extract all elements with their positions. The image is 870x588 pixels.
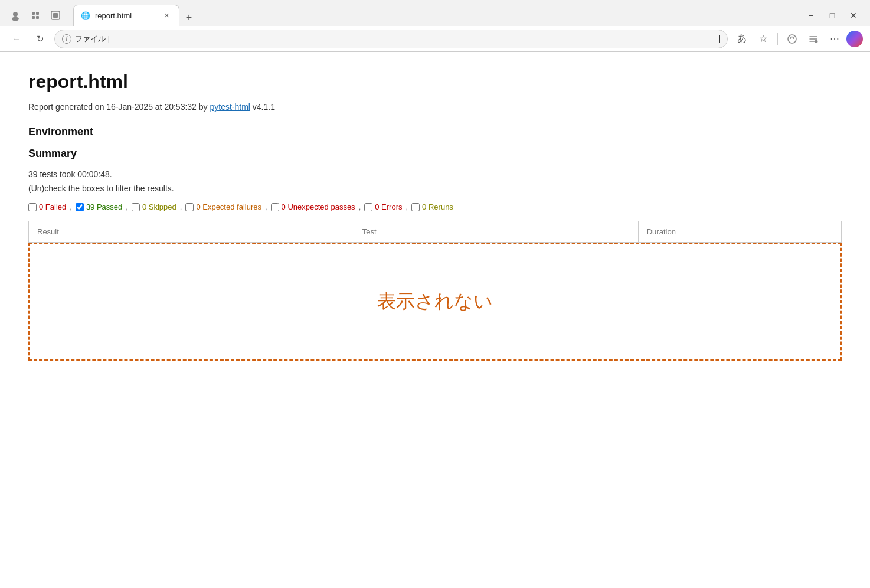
new-tab-button[interactable]: + (181, 9, 197, 26)
svg-rect-3 (36, 12, 39, 15)
address-bar: ← ↻ i ファイル | あ ☆ (0, 26, 870, 52)
environment-heading: Environment (28, 126, 842, 138)
filter-instruction: (Un)check the boxes to filter the result… (28, 184, 842, 193)
url-info-icon: i (62, 34, 71, 44)
svg-point-0 (13, 12, 18, 17)
tab-title: report.html (95, 11, 156, 20)
url-cursor (719, 35, 720, 43)
url-bar[interactable]: i ファイル | (54, 30, 728, 48)
more-tools-button[interactable]: ⋯ (825, 30, 844, 48)
favorites-button[interactable]: ☆ (754, 30, 773, 48)
minimize-button[interactable]: − (802, 7, 820, 24)
active-tab[interactable]: 🌐 report.html ✕ (73, 5, 179, 26)
svg-point-1 (12, 17, 19, 21)
report-meta: Report generated on 16-Jan-2025 at 20:53… (28, 102, 842, 112)
tab-favicon: 🌐 (81, 11, 90, 21)
filter-item-passed: 39 Passed (76, 202, 122, 211)
filter-item-reruns: 0 Reruns (411, 202, 453, 211)
report-meta-text: Report generated on 16-Jan-2025 at 20:53… (28, 102, 208, 112)
pytest-html-link[interactable]: pytest-html (210, 102, 250, 112)
dashed-label: 表示されない (377, 289, 493, 315)
svg-rect-7 (53, 13, 58, 18)
title-bar: 🌐 report.html ✕ + − □ ✕ (0, 0, 870, 26)
filter-label-f-skipped[interactable]: 0 Skipped (142, 202, 176, 211)
filter-label-f-failed[interactable]: 0 Failed (39, 202, 66, 211)
filter-label-f-errors[interactable]: 0 Errors (375, 202, 402, 211)
toolbar-divider (777, 33, 778, 45)
url-prefix: ファイル (75, 34, 106, 43)
svg-rect-2 (32, 12, 35, 15)
filter-item-unexpected-passes: 0 Unexpected passes (271, 202, 355, 211)
filter-separator: , (126, 202, 128, 211)
reading-mode-button[interactable]: あ (732, 30, 751, 48)
toolbar-right: あ ☆ ⋯ (732, 30, 863, 48)
favorites-bar-button[interactable] (804, 30, 823, 48)
edge-logo (846, 31, 863, 47)
filter-item-failed: 0 Failed (28, 202, 66, 211)
col-test-header: Test (354, 221, 638, 243)
page-title: report.html (28, 71, 842, 93)
filter-checkbox-f-xfailed[interactable] (185, 203, 194, 211)
close-button[interactable]: ✕ (844, 7, 863, 24)
filter-checkbox-f-errors[interactable] (364, 203, 372, 211)
filter-label-f-xpassed[interactable]: 0 Unexpected passes (282, 202, 355, 211)
filter-separator: , (180, 202, 182, 211)
tests-summary: 39 tests took 00:00:48. (28, 169, 842, 179)
url-separator: | (108, 34, 110, 43)
filter-checkbox-f-xpassed[interactable] (271, 203, 279, 211)
col-result-header: Result (29, 221, 354, 243)
filter-label-f-xfailed[interactable]: 0 Expected failures (196, 202, 261, 211)
col-duration-header: Duration (638, 221, 841, 243)
filter-separator: , (359, 202, 361, 211)
browser-window: 🌐 report.html ✕ + − □ ✕ ← ↻ i ファイル | あ (0, 0, 870, 588)
filter-item-skipped: 0 Skipped (132, 202, 176, 211)
back-button[interactable]: ← (7, 30, 26, 48)
filter-checkbox-f-failed[interactable] (28, 203, 37, 211)
svg-point-8 (788, 35, 796, 43)
filter-checkbox-f-reruns[interactable] (411, 203, 420, 211)
tab-bar: 🌐 report.html ✕ + (73, 5, 797, 26)
filter-checkbox-f-passed[interactable] (76, 203, 84, 211)
url-text: ファイル | (75, 34, 716, 44)
results-table: Result Test Duration (28, 221, 842, 243)
filter-item-errors: 0 Errors (364, 202, 402, 211)
filter-label-f-passed[interactable]: 39 Passed (86, 202, 122, 211)
tab-close-button[interactable]: ✕ (161, 11, 172, 21)
filter-row: 0 Failed,39 Passed,0 Skipped,0 Expected … (28, 202, 842, 211)
workspaces-button[interactable] (47, 7, 64, 24)
browser-essentials-button[interactable] (783, 30, 802, 48)
filter-item-expected-failures: 0 Expected failures (185, 202, 261, 211)
extensions-button[interactable] (27, 7, 44, 24)
reload-button[interactable]: ↻ (31, 30, 50, 48)
page-content: report.html Report generated on 16-Jan-2… (0, 52, 870, 588)
profile-button[interactable] (7, 7, 24, 24)
filter-label-f-reruns[interactable]: 0 Reruns (422, 202, 453, 211)
filter-separator: , (265, 202, 267, 211)
svg-rect-5 (36, 16, 39, 19)
summary-heading: Summary (28, 148, 842, 160)
dashed-area: 表示されない (28, 243, 842, 361)
window-controls (7, 7, 64, 24)
svg-point-9 (815, 40, 818, 43)
filter-separator: , (70, 202, 72, 211)
window-right-controls: − □ ✕ (802, 7, 863, 24)
svg-rect-4 (32, 16, 35, 19)
table-header-row: Result Test Duration (29, 221, 842, 243)
filter-separator: , (405, 202, 408, 211)
maximize-button[interactable]: □ (823, 7, 842, 24)
filter-checkbox-f-skipped[interactable] (132, 203, 140, 211)
